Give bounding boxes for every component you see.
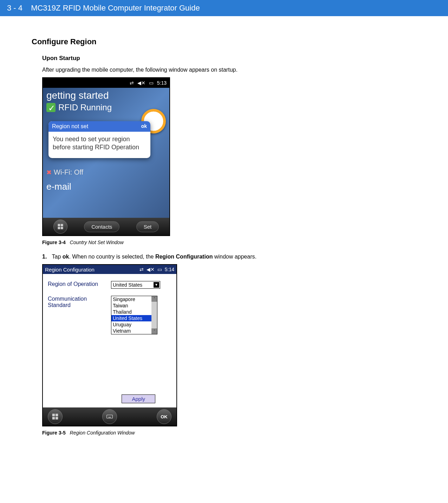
list-item[interactable]: Vietnam <box>111 328 157 334</box>
step-text-pre: Tap <box>52 254 63 260</box>
windows-icon <box>51 413 59 420</box>
svg-rect-7 <box>56 417 58 419</box>
region-select-value: United States <box>113 282 142 288</box>
step-bold-region: Region Configuration <box>155 254 213 260</box>
bottom-bar: Contacts Set <box>43 218 169 235</box>
doc-title: MC319Z RFID Mobile Computer Integrator G… <box>31 4 200 12</box>
figure-3-5-caption: Figure 3-5 Region Configuration Window <box>32 430 416 436</box>
list-item[interactable]: Uruguay <box>111 321 157 328</box>
list-item[interactable]: Singapore <box>111 296 157 302</box>
page-number: 3 - 4 <box>7 4 22 12</box>
intro-text: After upgrading the mobile computer, the… <box>32 67 416 73</box>
step-text-post: window appears. <box>213 254 257 260</box>
dialog-title: Region not set <box>52 123 88 130</box>
sub-title: Upon Startup <box>32 55 416 62</box>
figure-caption-text: Country Not Set Window <box>70 240 124 245</box>
svg-rect-2 <box>58 227 60 229</box>
status-time: 5:13 <box>157 80 167 86</box>
rfid-running-label: RFID Running <box>58 103 112 112</box>
battery-icon: ▭ <box>157 267 162 272</box>
figure-3-4-caption: Figure 3-4 Country Not Set Window <box>32 240 416 245</box>
scrollbar[interactable]: ˄ ˅ <box>151 296 157 334</box>
start-button[interactable] <box>53 220 67 234</box>
figure-3-5: Region Configuration ⇄ ◀✕ ▭ 5:14 Region … <box>32 264 416 426</box>
svg-rect-8 <box>107 415 113 418</box>
list-item[interactable]: United States <box>111 315 157 321</box>
windows-icon <box>57 223 64 230</box>
email-label: e-mail <box>43 180 169 196</box>
region-select[interactable]: United States ▼ <box>111 281 160 289</box>
communication-standard-label: Communication Standard <box>48 296 111 308</box>
figure-caption-text: Region Configuration Window <box>70 430 135 436</box>
wifi-label: Wi-Fi: Off <box>54 168 83 176</box>
keyboard-icon <box>106 413 113 420</box>
dropdown-arrow-icon: ▼ <box>154 282 159 288</box>
window-title: Region Configuration <box>45 267 95 273</box>
contacts-button[interactable]: Contacts <box>84 221 119 232</box>
svg-rect-3 <box>61 227 63 229</box>
section-title: Configure Region <box>32 37 416 46</box>
bottom-bar: OK <box>43 407 176 426</box>
svg-rect-5 <box>56 414 58 416</box>
screenshot-region-config: Region Configuration ⇄ ◀✕ ▭ 5:14 Region … <box>42 264 177 426</box>
figure-3-4: ⇄ ◀✕ ▭ 5:13 getting started RFID Running… <box>32 77 416 236</box>
svg-rect-4 <box>52 414 55 416</box>
scroll-down-icon[interactable]: ˅ <box>151 328 157 334</box>
figure-label: Figure 3-5 <box>42 430 66 436</box>
list-item[interactable]: Thailand <box>111 309 157 315</box>
status-time: 5:14 <box>165 267 174 272</box>
wifi-off-icon: ✖ <box>46 169 52 176</box>
region-of-operation-label: Region of Operation <box>48 281 111 287</box>
dialog-ok-button[interactable]: ok <box>141 123 147 130</box>
title-bar: Region Configuration ⇄ ◀✕ ▭ 5:14 <box>43 265 176 274</box>
svg-rect-1 <box>61 224 63 227</box>
list-item[interactable]: Taiwan <box>111 302 157 309</box>
ok-label: OK <box>161 414 168 419</box>
region-listbox[interactable]: SingaporeTaiwanThailandUnited StatesUrug… <box>111 296 157 334</box>
set-button[interactable]: Set <box>136 221 159 232</box>
battery-icon: ▭ <box>149 80 154 86</box>
region-not-set-dialog: Region not set ok You need to set your r… <box>48 121 150 158</box>
start-button[interactable] <box>48 409 63 424</box>
step-text-mid: . When no country is selected, the <box>69 254 155 260</box>
connectivity-icon: ⇄ <box>139 267 144 272</box>
page-header: 3 - 4 MC319Z RFID Mobile Computer Integr… <box>0 0 448 16</box>
dialog-body: You need to set your region before start… <box>48 132 150 158</box>
apply-button[interactable]: Apply <box>122 394 155 403</box>
step-number: 1. <box>42 254 47 260</box>
getting-started-label: getting started <box>43 88 169 101</box>
check-icon <box>46 103 56 112</box>
ok-button[interactable]: OK <box>157 409 171 424</box>
keyboard-button[interactable] <box>102 409 117 424</box>
volume-icon: ◀✕ <box>137 80 145 86</box>
wifi-row: ✖ Wi-Fi: Off <box>43 165 169 180</box>
step-1: 1. Tap ok. When no country is selected, … <box>32 254 416 260</box>
screenshot-country-not-set: ⇄ ◀✕ ▭ 5:13 getting started RFID Running… <box>42 77 170 236</box>
status-bar: ⇄ ◀✕ ▭ 5:13 <box>43 78 169 88</box>
connectivity-icon: ⇄ <box>130 80 134 86</box>
svg-rect-6 <box>52 417 55 419</box>
step-bold-ok: ok <box>63 254 69 260</box>
scroll-up-icon[interactable]: ˄ <box>151 296 157 302</box>
volume-icon: ◀✕ <box>147 267 155 272</box>
svg-rect-0 <box>58 224 60 227</box>
figure-label: Figure 3-4 <box>42 240 66 245</box>
